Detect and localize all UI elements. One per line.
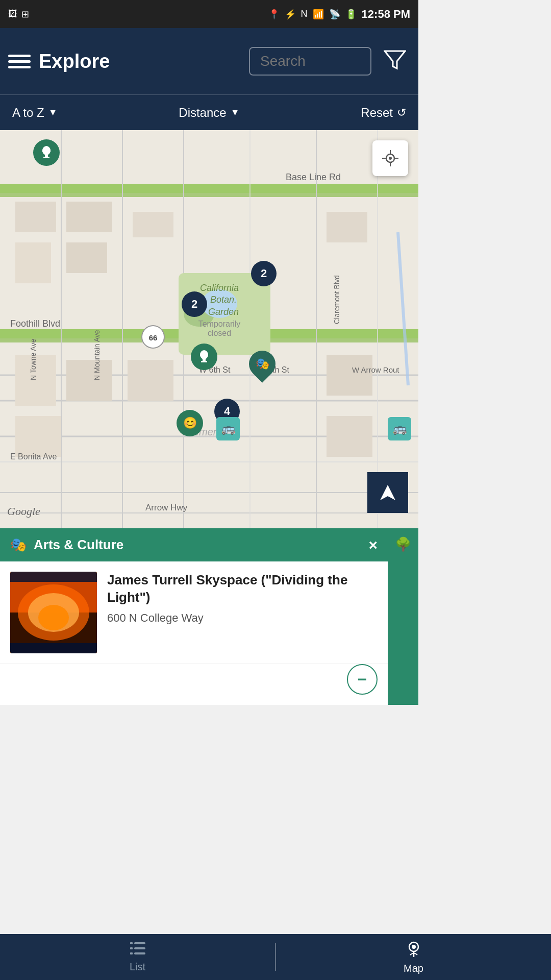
place-address: 600 N College Way xyxy=(107,611,378,625)
svg-point-82 xyxy=(412,945,416,949)
svg-text:E Bonita Ave: E Bonita Ave xyxy=(10,452,57,461)
svg-rect-58 xyxy=(201,361,207,362)
marker-smiley-venue[interactable]: 😊 xyxy=(177,410,203,436)
svg-text:Claremont Blvd: Claremont Blvd xyxy=(333,275,341,324)
bottom-nav: List Map xyxy=(0,934,418,980)
svg-point-62 xyxy=(389,157,392,160)
svg-rect-75 xyxy=(134,942,145,944)
svg-marker-67 xyxy=(380,485,395,500)
sort-bar: A to Z ▼ Distance ▼ Reset ↺ xyxy=(0,94,418,130)
next-category-panel[interactable]: 🌳 xyxy=(388,528,418,705)
sort-alpha-arrow: ▼ xyxy=(48,107,58,118)
sort-alpha-button[interactable]: A to Z ▼ xyxy=(12,106,58,120)
svg-rect-76 xyxy=(134,947,145,949)
svg-rect-2 xyxy=(0,184,418,193)
svg-rect-29 xyxy=(66,360,112,401)
svg-text:Botan.: Botan. xyxy=(210,295,237,305)
svg-rect-31 xyxy=(15,416,61,457)
arts-culture-icon: 🎭 xyxy=(10,537,27,553)
next-category-icon: 🌳 xyxy=(395,536,411,552)
svg-rect-24 xyxy=(15,242,51,283)
marker-arts-culture[interactable]: 🎭 xyxy=(249,351,276,382)
svg-rect-22 xyxy=(66,202,112,232)
place-image xyxy=(10,572,97,653)
list-label: List xyxy=(130,961,145,973)
svg-rect-21 xyxy=(15,202,56,232)
place-info: James Turrell Skyspace ("Dividing the Li… xyxy=(107,572,378,653)
signal-icon: 📡 xyxy=(329,9,340,20)
svg-rect-79 xyxy=(130,947,133,949)
svg-rect-30 xyxy=(128,360,173,401)
svg-rect-77 xyxy=(134,952,145,954)
svg-rect-54 xyxy=(42,150,44,152)
sort-distance-button[interactable]: Distance ▼ xyxy=(179,106,239,120)
svg-rect-59 xyxy=(200,354,202,356)
search-input[interactable] xyxy=(249,47,371,76)
collapse-area: − xyxy=(0,664,388,705)
marker-venue-2[interactable] xyxy=(191,344,217,370)
location-status-icon: 📍 xyxy=(268,9,280,20)
svg-text:Base Line Rd: Base Line Rd xyxy=(286,172,341,182)
svg-text:66: 66 xyxy=(149,333,158,342)
svg-rect-80 xyxy=(130,952,133,954)
svg-rect-78 xyxy=(130,942,133,944)
svg-rect-27 xyxy=(327,355,372,396)
svg-rect-25 xyxy=(66,242,107,273)
svg-rect-3 xyxy=(0,193,418,197)
svg-rect-60 xyxy=(207,354,208,356)
status-bar: 🖼 ⊞ 📍 ⚡ N 📶 📡 🔋 12:58 PM xyxy=(0,0,418,28)
svg-rect-53 xyxy=(43,157,49,158)
page-title: Explore xyxy=(39,51,241,72)
bluetooth-icon: ⚡ xyxy=(285,9,296,20)
marker-bus-2[interactable]: 🚌 xyxy=(388,417,411,440)
marker-cluster-2a[interactable]: 2 xyxy=(251,261,277,286)
marker-cluster-2b[interactable]: 2 xyxy=(182,291,207,317)
map-icon xyxy=(405,940,419,961)
google-logo: Google xyxy=(7,505,40,518)
sort-distance-arrow: ▼ xyxy=(231,107,240,118)
place-name: James Turrell Skyspace ("Dividing the Li… xyxy=(107,572,378,606)
place-thumbnail xyxy=(10,572,97,653)
my-location-button[interactable] xyxy=(372,140,408,176)
image-icon: 🖼 xyxy=(8,9,17,19)
reset-icon: ↺ xyxy=(397,106,406,119)
map-label: Map xyxy=(404,963,418,974)
navigate-button[interactable] xyxy=(367,472,408,513)
svg-rect-23 xyxy=(133,212,173,237)
map-tab[interactable]: Map xyxy=(276,934,418,980)
marker-venue-1[interactable] xyxy=(33,139,60,166)
menu-button[interactable] xyxy=(8,55,31,68)
svg-text:N Mountain Ave: N Mountain Ave xyxy=(93,330,101,380)
category-panel: 🎭 Arts & Culture × xyxy=(0,528,418,705)
svg-text:Garden: Garden xyxy=(208,307,239,317)
map-container[interactable]: Base Line Rd Foothill Blvd W 6th St E 6t… xyxy=(0,130,418,528)
svg-text:closed: closed xyxy=(208,329,231,337)
svg-text:Foothill Blvd: Foothill Blvd xyxy=(10,318,60,329)
svg-text:Temporarily: Temporarily xyxy=(198,320,241,328)
svg-text:Arrow Hwy: Arrow Hwy xyxy=(145,503,188,512)
svg-rect-73 xyxy=(10,572,97,582)
wifi-icon: 📶 xyxy=(313,9,324,20)
svg-text:W Arrow Rout: W Arrow Rout xyxy=(352,365,399,374)
arts-culture-tab[interactable]: 🎭 Arts & Culture × xyxy=(0,528,388,561)
filter-button[interactable] xyxy=(380,48,410,75)
arts-culture-label: Arts & Culture xyxy=(34,537,123,553)
header: Explore xyxy=(0,28,418,94)
marker-bus-1[interactable]: 🚌 xyxy=(216,417,240,440)
category-close-button[interactable]: × xyxy=(368,536,378,554)
status-time: 12:58 PM xyxy=(362,8,410,21)
svg-rect-55 xyxy=(49,150,51,152)
place-card[interactable]: James Turrell Skyspace ("Dividing the Li… xyxy=(0,561,388,664)
svg-text:N Towne Ave: N Towne Ave xyxy=(29,339,37,380)
list-icon xyxy=(129,941,146,959)
svg-point-72 xyxy=(38,605,69,630)
svg-rect-32 xyxy=(327,416,372,457)
grid-icon: ⊞ xyxy=(21,9,29,20)
reset-button[interactable]: Reset ↺ xyxy=(361,106,406,120)
svg-marker-0 xyxy=(385,51,405,68)
svg-rect-26 xyxy=(327,212,367,242)
collapse-button[interactable]: − xyxy=(347,664,378,695)
svg-rect-74 xyxy=(10,643,97,653)
list-tab[interactable]: List xyxy=(0,934,275,980)
battery-icon: 🔋 xyxy=(345,9,357,20)
